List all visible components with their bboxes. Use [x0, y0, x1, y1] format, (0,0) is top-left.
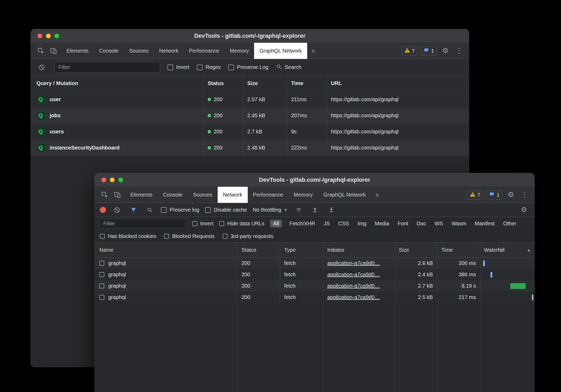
row-checkbox[interactable] — [99, 295, 104, 300]
preserve-log-label: Preserve Log — [237, 64, 268, 70]
type-filter-wasm[interactable]: Wasm — [450, 220, 467, 227]
has-blocked-cookies-checkbox[interactable] — [100, 234, 105, 239]
col-waterfall[interactable]: Waterfall ▲ — [480, 243, 535, 257]
invert-label: Invert — [176, 64, 189, 70]
more-tabs-button[interactable]: » — [307, 43, 319, 59]
tab-performance[interactable]: Performance — [248, 187, 289, 203]
query-table-header: Query / Mutation Status Size Time URL — [31, 76, 469, 91]
more-tabs-button[interactable]: » — [371, 187, 383, 203]
invert-checkbox[interactable] — [192, 221, 197, 226]
search-icon[interactable] — [144, 205, 155, 215]
query-row[interactable]: Q user 200 2.57 kB 211ms https://gitlab.… — [31, 91, 469, 108]
type-filter-media[interactable]: Media — [374, 220, 390, 227]
network-settings-gear-icon[interactable]: ⚙ — [519, 205, 529, 215]
minimize-button[interactable] — [110, 178, 115, 182]
row-checkbox[interactable] — [99, 272, 104, 277]
tab-sources[interactable]: Sources — [124, 43, 154, 59]
blocked-requests-checkbox[interactable] — [164, 234, 169, 239]
export-har-icon[interactable] — [326, 205, 337, 215]
settings-gear-icon[interactable]: ⚙ — [506, 190, 516, 200]
import-har-icon[interactable] — [310, 205, 320, 215]
col-type[interactable]: Type — [280, 243, 323, 257]
invert-checkbox[interactable] — [167, 64, 173, 70]
issues-badge[interactable]: 1 — [486, 190, 502, 199]
warnings-badge[interactable]: 7 — [401, 46, 418, 55]
filter-input[interactable] — [54, 62, 160, 73]
col-status[interactable]: Status — [237, 243, 280, 257]
clear-icon[interactable] — [36, 62, 47, 73]
preserve-log-checkbox[interactable] — [228, 64, 234, 70]
query-row[interactable]: Q instanceSecurityDashboard 200 2.48 kB … — [31, 140, 469, 156]
col-initiator[interactable]: Initiator — [323, 243, 395, 257]
minimize-button[interactable] — [46, 34, 51, 38]
tab-graphql-network[interactable]: GraphQL Network — [254, 43, 307, 59]
device-toolbar-icon[interactable] — [112, 190, 123, 200]
network-conditions-icon[interactable] — [293, 205, 304, 215]
type-filter-doc[interactable]: Doc — [416, 220, 427, 227]
tab-elements[interactable]: Elements — [61, 43, 94, 59]
settings-gear-icon[interactable]: ⚙ — [440, 46, 451, 56]
type-filter-fetch-xhr[interactable]: Fetch/XHR — [288, 220, 316, 227]
close-button[interactable] — [101, 178, 106, 182]
inspect-element-icon[interactable] — [99, 190, 110, 200]
record-button[interactable] — [100, 207, 106, 213]
hide-data-urls-checkbox[interactable] — [219, 221, 224, 226]
type-filter-other[interactable]: Other — [502, 220, 517, 227]
search-control[interactable]: Search — [276, 63, 301, 71]
request-row[interactable]: graphql 200 fetch application-a7ca9d0… 2… — [95, 258, 535, 269]
device-toolbar-icon[interactable] — [48, 46, 59, 56]
type-filter-img[interactable]: Img — [357, 220, 367, 227]
col-size[interactable]: Size — [395, 243, 437, 257]
tab-performance[interactable]: Performance — [184, 43, 225, 59]
col-time: Time — [287, 76, 326, 91]
throttling-select[interactable]: No throttling ▼ — [253, 207, 288, 213]
zoom-button[interactable] — [54, 34, 59, 38]
col-time[interactable]: Time — [437, 243, 480, 257]
clear-icon[interactable] — [112, 205, 122, 215]
network-filter-input[interactable] — [99, 219, 186, 228]
col-name[interactable]: Name — [95, 243, 237, 257]
inspect-element-icon[interactable] — [35, 46, 46, 56]
tab-console[interactable]: Console — [94, 43, 124, 59]
query-row[interactable]: Q jobs 200 2.45 kB 207ms https://gitlab.… — [31, 108, 469, 124]
type-filter-all[interactable]: All — [270, 220, 282, 227]
regex-checkbox[interactable] — [197, 64, 203, 70]
disable-cache-checkbox[interactable] — [205, 207, 211, 213]
close-button[interactable] — [38, 34, 42, 38]
initiator-link[interactable]: application-a7ca9d0… — [327, 272, 380, 278]
type-filter-js[interactable]: JS — [322, 220, 331, 227]
warning-count: 7 — [478, 192, 480, 198]
zoom-button[interactable] — [118, 178, 123, 182]
tab-elements[interactable]: Elements — [125, 187, 158, 203]
type-filter-manifest[interactable]: Manifest — [474, 220, 496, 227]
request-row[interactable]: graphql 200 fetch application-a7ca9d0… 2… — [95, 280, 535, 292]
more-options-icon[interactable]: ⋮ — [519, 190, 530, 200]
request-row[interactable]: graphql 200 fetch application-a7ca9d0… 2… — [95, 269, 535, 280]
tab-network[interactable]: Network — [154, 43, 184, 59]
query-row[interactable]: Q users 200 2.7 kB 9s https://gitlab.com… — [31, 124, 469, 140]
initiator-link[interactable]: application-a7ca9d0… — [327, 294, 380, 300]
row-checkbox[interactable] — [99, 261, 104, 266]
tab-console[interactable]: Console — [158, 187, 188, 203]
warnings-badge[interactable]: 7 — [467, 190, 483, 199]
tab-sources[interactable]: Sources — [188, 187, 218, 203]
tab-memory[interactable]: Memory — [225, 43, 254, 59]
initiator-link[interactable]: application-a7ca9d0… — [327, 283, 380, 289]
third-party-requests-checkbox[interactable] — [223, 234, 228, 239]
waterfall-label: Waterfall — [484, 247, 504, 253]
status-code: 200 — [214, 145, 222, 151]
filter-funnel-icon[interactable] — [128, 205, 139, 215]
tab-graphql-network[interactable]: GraphQL Network — [318, 187, 371, 203]
request-row[interactable]: graphql 200 fetch application-a7ca9d0… 2… — [95, 292, 535, 303]
tab-network[interactable]: Network — [218, 187, 247, 203]
row-checkbox[interactable] — [99, 283, 104, 288]
tab-memory[interactable]: Memory — [288, 187, 318, 203]
preserve-log-checkbox[interactable] — [161, 207, 167, 213]
url-cell: https://gitlab.com/api/graphql — [326, 108, 469, 124]
type-filter-font[interactable]: Font — [397, 220, 409, 227]
initiator-link[interactable]: application-a7ca9d0… — [327, 260, 380, 266]
type-filter-ws[interactable]: WS — [433, 220, 444, 227]
more-options-icon[interactable]: ⋮ — [454, 46, 464, 56]
issues-badge[interactable]: 1 — [421, 46, 437, 55]
type-filter-css[interactable]: CSS — [337, 220, 350, 227]
